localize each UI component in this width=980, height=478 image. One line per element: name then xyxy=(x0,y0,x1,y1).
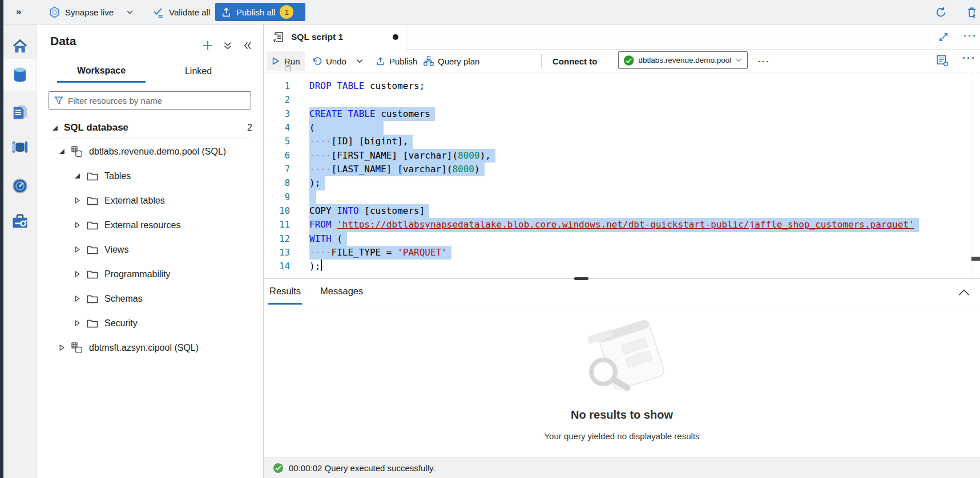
line-number[interactable]: 13 xyxy=(264,246,290,260)
twisty-expanded-icon[interactable] xyxy=(52,125,58,131)
tree-item-dbtmsft-azsyn-cipool-sql[interactable]: dbtmsft.azsyn.cipool (SQL) xyxy=(37,335,264,360)
tree-item-label: Views xyxy=(104,245,128,255)
editor-more-actions-button[interactable]: ··· xyxy=(962,52,976,64)
query-plan-button[interactable]: Query plan xyxy=(419,51,484,71)
collapse-all-button[interactable] xyxy=(221,39,234,52)
tab-more-actions-button[interactable]: ··· xyxy=(963,30,977,42)
add-resource-button[interactable] xyxy=(201,39,214,52)
validate-all-label: Validate all xyxy=(169,7,210,17)
twisty-expanded-icon[interactable] xyxy=(58,148,66,156)
refresh-button[interactable] xyxy=(935,0,947,24)
line-number[interactable]: 8 xyxy=(264,176,290,190)
publish-all-button[interactable]: Publish all 1 xyxy=(215,3,305,21)
code-token: INTO xyxy=(337,205,359,216)
publish-button[interactable]: Publish xyxy=(371,51,422,71)
collapse-results-button[interactable] xyxy=(958,288,970,297)
tab-messages[interactable]: Messages xyxy=(319,286,364,305)
line-number[interactable]: 14 xyxy=(264,260,290,273)
validate-all-button[interactable]: Validate all xyxy=(152,0,210,24)
pool-dropdown[interactable]: dbtlabs.revenue.demo.pool xyxy=(618,51,748,69)
line-number[interactable]: 11 xyxy=(264,218,290,232)
ellipsis-icon: ··· xyxy=(962,52,976,64)
filter-input[interactable] xyxy=(68,96,245,106)
nav-monitor-button[interactable] xyxy=(3,170,37,202)
line-number[interactable]: 1 xyxy=(264,79,290,93)
twisty-collapsed-icon[interactable] xyxy=(73,319,81,327)
tab-workspace[interactable]: Workspace xyxy=(57,60,146,83)
document-icon xyxy=(12,103,28,120)
line-number[interactable]: 10 xyxy=(264,204,290,218)
code-line-9[interactable]: 9 xyxy=(264,191,980,204)
twisty-collapsed-icon[interactable] xyxy=(73,270,81,278)
code-line-4[interactable]: 4( xyxy=(264,121,980,135)
code-line-5[interactable]: 5····[ID] [bigint], xyxy=(264,135,980,148)
tree-item-programmability[interactable]: Programmability xyxy=(37,262,264,286)
expand-panel-button[interactable]: » xyxy=(16,0,21,24)
more-commands-button[interactable]: ··· xyxy=(753,51,775,71)
undo-button[interactable]: Undo xyxy=(307,51,351,71)
tree-item-views[interactable]: Views xyxy=(37,237,264,262)
code-line-12[interactable]: 12WITH ( xyxy=(264,232,980,246)
line-number[interactable]: 9 xyxy=(264,191,290,204)
twisty-collapsed-icon[interactable] xyxy=(73,246,81,254)
line-number[interactable]: 3 xyxy=(264,107,290,121)
line-number[interactable]: 12 xyxy=(264,232,290,246)
line-number[interactable]: 5 xyxy=(264,135,290,148)
line-number[interactable]: 4 xyxy=(264,121,290,135)
tree-item-security[interactable]: Security xyxy=(37,311,264,335)
code-line-2[interactable]: 2 xyxy=(264,93,980,107)
chevron-down-icon xyxy=(735,56,743,64)
collapse-panel-button[interactable] xyxy=(241,39,254,52)
twisty-collapsed-icon[interactable] xyxy=(73,295,81,303)
tree-item-schemas[interactable]: Schemas xyxy=(37,286,264,311)
tree-item-dbtlabs-revenue-demo-pool-sql[interactable]: dbtlabs.revenue.demo.pool (SQL) xyxy=(37,139,264,164)
code-line-6[interactable]: 6····[FIRST_NAME] [varchar](8000), xyxy=(264,149,980,163)
line-number[interactable]: 6 xyxy=(264,149,290,163)
publish-all-label: Publish all xyxy=(236,7,275,17)
editor-scrollbar-track[interactable] xyxy=(971,74,971,277)
tree-item-external-resources[interactable]: External resources xyxy=(37,213,264,237)
twisty-collapsed-icon[interactable] xyxy=(58,344,66,352)
chevron-down-icon xyxy=(356,57,364,65)
tab-linked[interactable]: Linked xyxy=(154,60,243,83)
code-token: ), xyxy=(480,150,491,161)
nav-develop-button[interactable] xyxy=(3,96,37,128)
top-command-bar: » Synapse live Validate all Publish all … xyxy=(0,0,980,25)
code-line-14[interactable]: 14); xyxy=(264,260,980,273)
nav-manage-button[interactable] xyxy=(3,205,37,237)
tree-item-tables[interactable]: Tables xyxy=(37,164,264,188)
editor-scrollbar-thumb[interactable] xyxy=(971,257,980,261)
line-number[interactable]: 2 xyxy=(264,93,290,107)
code-line-11[interactable]: 11FROM 'https://dbtlabsynapsedatalake.bl… xyxy=(264,218,980,232)
code-line-8[interactable]: 8); xyxy=(264,176,980,190)
tree-section-sql-database[interactable]: SQL database2 xyxy=(37,117,264,139)
nav-data-button[interactable] xyxy=(3,59,37,91)
twisty-collapsed-icon[interactable] xyxy=(73,221,81,229)
discard-button[interactable] xyxy=(966,0,978,24)
code-line-3[interactable]: 3CREATE TABLE customers xyxy=(264,107,980,121)
mode-selector[interactable]: Synapse live xyxy=(49,0,134,24)
run-options-chevron[interactable] xyxy=(351,51,368,71)
twisty-collapsed-icon[interactable] xyxy=(73,197,81,205)
code-token: ···· xyxy=(309,247,332,258)
code-line-7[interactable]: 7····[LAST_NAME] [varchar](8000) xyxy=(264,163,980,176)
tree-item-external-tables[interactable]: External tables xyxy=(37,188,264,213)
nav-integrate-button[interactable] xyxy=(3,131,37,163)
twisty-expanded-icon[interactable] xyxy=(73,172,81,180)
tab-results[interactable]: Results xyxy=(268,286,302,305)
nav-home-button[interactable] xyxy=(3,31,37,63)
expand-icon xyxy=(938,32,949,42)
double-chevron-down-icon xyxy=(223,41,232,50)
panel-resize-grip[interactable] xyxy=(574,277,588,280)
code-token: ) xyxy=(474,164,480,175)
properties-button[interactable] xyxy=(936,54,949,67)
tab-sql-script-1[interactable]: SQL script 1 xyxy=(264,25,406,50)
code-line-1[interactable]: 1DROP TABLE customers; xyxy=(264,79,980,93)
sql-code-editor[interactable]: 1DROP TABLE customers;23CREATE TABLE cus… xyxy=(264,72,980,278)
code-line-13[interactable]: 13····FILE_TYPE = 'PARQUET' xyxy=(264,246,980,260)
undo-icon xyxy=(312,56,322,66)
line-number[interactable]: 7 xyxy=(264,163,290,176)
code-line-10[interactable]: 10COPY INTO [customers] xyxy=(264,204,980,218)
expand-editor-button[interactable] xyxy=(938,32,949,42)
toolbox-icon xyxy=(11,213,29,229)
